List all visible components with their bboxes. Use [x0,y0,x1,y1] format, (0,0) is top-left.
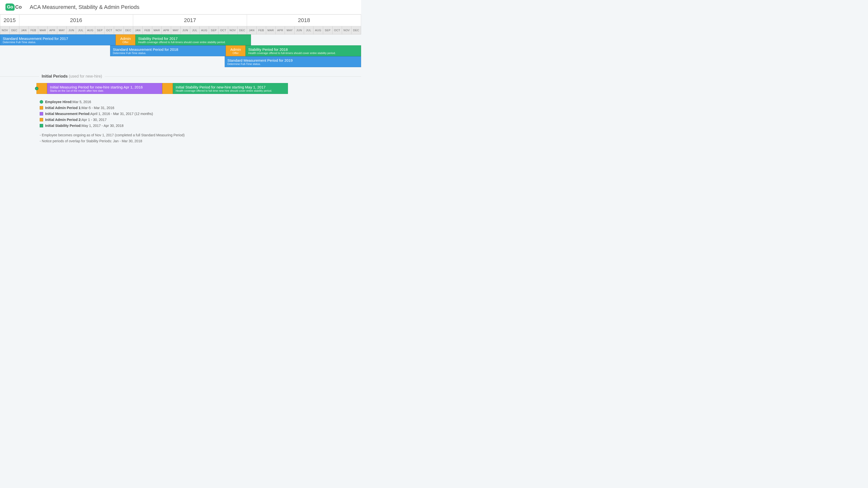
legend-item: Initial Stability Period: May 1, 2017 - … [40,124,361,128]
legend-swatch [40,118,43,122]
month-header: DEC [238,26,247,34]
year-header: 2015 [0,14,19,26]
gantt-row: Standard Measurement Period for 2019Dete… [0,56,361,67]
gantt-row: Initial Measuring Period for new-hire st… [0,83,361,94]
period-bar-subtitle: Health coverage offered to full-timers s… [248,52,359,55]
legend-label: Initial Admin Period 1: [45,106,82,110]
period-bar-subtitle: Offer [232,52,239,55]
legend-swatch [40,112,43,116]
period-bar-title: Admin [120,36,131,41]
notes: - Employee becomes ongoing as of Nov 1, … [40,133,361,143]
initial-periods-label-muted: (used for new-hire) [69,74,102,78]
legend-value: Apr 1 - 30, 2017 [82,118,106,122]
legend-value: Mar-5 - Mar 31, 2016 [82,106,114,110]
month-header: APR [48,26,57,34]
period-bar-subtitle: Determine Full-Time status. [113,52,223,55]
period-bar-subtitle: Determine Full-Time status. [3,41,113,44]
period-bar-title: Initial Measuring Period for new-hire st… [50,85,159,89]
legend-item: Employee Hired: Mar 5, 2016 [40,100,361,104]
month-header: FEB [256,26,266,34]
month-header: MAR [152,26,161,34]
month-header: MAY [285,26,294,34]
period-bar-admin2017: AdminOffer [116,34,135,45]
month-header: NOV [342,26,351,34]
period-bar-subtitle: Offer [123,41,128,44]
month-header: MAY [57,26,66,34]
period-bar-iap1 [36,83,47,94]
period-bar-smp2019: Standard Measurement Period for 2019Dete… [225,56,361,67]
month-header: JAN [247,26,256,34]
note-line: - Employee becomes ongoing as of Nov 1, … [40,133,361,137]
legend-value: Mar 5, 2016 [72,100,91,104]
month-header: AUG [199,26,209,34]
logo-badge: Go [5,3,14,11]
month-header: AUG [86,26,95,34]
period-bar-smp2017: Standard Measurement Period for 2017Dete… [0,34,116,45]
brand-logo: GoCo [5,3,22,11]
month-header: JUN [181,26,190,34]
period-bar-title: Admin [230,47,241,52]
year-header: 2018 [247,14,361,26]
legend-item: Initial Admin Period 2: Apr 1 - 30, 2017 [40,118,361,122]
legend-item: Initial Admin Period 1: Mar-5 - Mar 31, … [40,106,361,110]
month-header: AUG [313,26,323,34]
legend-label: Initial Measurement Period: [45,112,91,116]
legend-label: Initial Admin Period 2: [45,118,82,122]
month-header: JUL [76,26,86,34]
month-header: APR [276,26,285,34]
legend-value: May 1, 2017 - Apr 30, 2018 [82,124,124,128]
period-bar-title: Stability Period for 2018 [248,47,359,52]
month-header: APR [161,26,171,34]
legend-swatch [40,100,43,104]
month-header: NOV [228,26,237,34]
month-header: NOV [114,26,124,34]
period-bar-subtitle: Health coverage offered to full-timers s… [138,41,248,44]
year-header: 2016 [19,14,133,26]
month-header: MAY [171,26,181,34]
period-bar-iap2 [162,83,173,94]
month-header: JUL [304,26,313,34]
month-header: FEB [143,26,152,34]
month-header: NOV [0,26,10,34]
period-bar-title: Standard Measurement Period for 2017 [3,36,113,41]
period-bar-imp: Initial Measuring Period for new-hire st… [47,83,162,94]
period-bar-stab2017: Stability Period for 2017Health coverage… [135,34,251,45]
month-header: DEC [351,26,361,34]
month-header: MAR [38,26,48,34]
period-bar-title: Standard Measurement Period for 2019 [227,58,359,62]
month-header: FEB [29,26,38,34]
month-header: JUN [294,26,304,34]
timeline-header: 2015201620172018 NOVDECJANFEBMARAPRMAYJU… [0,14,361,34]
period-bar-smp2018: Standard Measurement Period for 2018Dete… [110,45,226,56]
legend-value: April 1, 2016 - Mar 31, 2017 (12 months) [91,112,153,116]
standard-periods-gantt: Standard Measurement Period for 2017Dete… [0,34,361,67]
month-header: SEP [209,26,218,34]
legend-swatch [40,124,43,127]
period-bar-subtitle: Starts on the 1st of the month after hir… [50,89,159,92]
period-bar-title: Standard Measurement Period for 2018 [113,47,223,52]
month-header: MAR [266,26,275,34]
period-bar-admin2018: AdminOffer [226,45,246,56]
month-header: OCT [218,26,228,34]
page-title: ACA Measurement, Stability & Admin Perio… [30,4,140,10]
period-bar-subtitle: Health coverage offered to full-time new… [176,89,285,92]
gantt-row: Standard Measurement Period for 2018Dete… [0,45,361,56]
note-line: - Notice periods of overlap for Stabilit… [40,139,361,143]
month-header: JAN [19,26,29,34]
legend-label: Initial Stability Period: [45,124,82,128]
legend: Employee Hired: Mar 5, 2016Initial Admin… [40,100,361,128]
legend-label: Employee Hired: [45,100,72,104]
month-header: DEC [124,26,133,34]
month-header: SEP [323,26,332,34]
period-bar-title: Initial Stability Period for new-hire st… [176,85,285,89]
period-bar-title: Stability Period for 2017 [138,36,248,41]
month-header: JUN [66,26,76,34]
initial-periods-label: Initial Periods [42,74,68,78]
legend-swatch [40,106,43,109]
month-header: JUL [190,26,199,34]
year-header: 2017 [133,14,247,26]
month-header: OCT [332,26,342,34]
month-header: JAN [133,26,142,34]
month-header: SEP [95,26,104,34]
initial-periods-divider: Initial Periods (used for new-hire) [0,74,361,78]
